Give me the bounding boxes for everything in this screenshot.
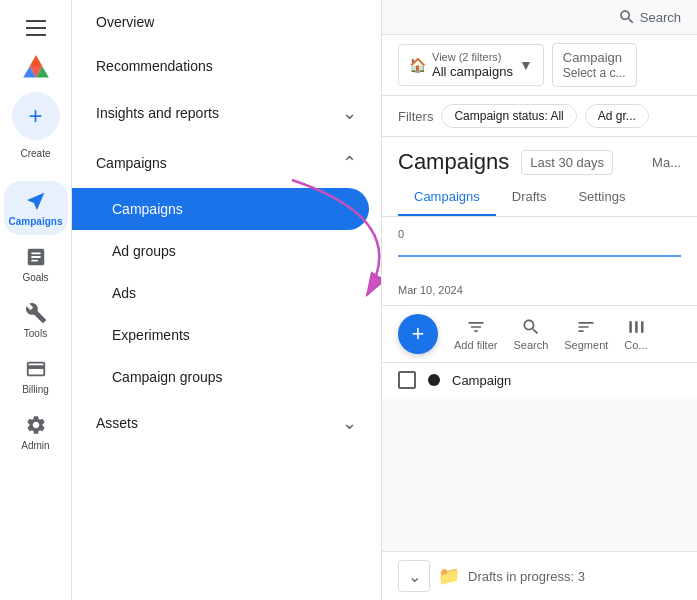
ad-group-chip[interactable]: Ad gr...	[585, 104, 649, 128]
sidebar-item-billing[interactable]: Billing	[4, 349, 68, 403]
campaign-select-label: Campaign	[563, 50, 622, 65]
segment-action-label: Segment	[564, 339, 608, 351]
campaigns-icon	[24, 189, 48, 213]
nav-insights-label: Insights and reports	[96, 105, 219, 121]
nav-overview[interactable]: Overview	[72, 0, 381, 44]
table-header: Campaign	[382, 362, 697, 397]
campaign-column-header: Campaign	[452, 373, 511, 388]
view-filter-label: View (2 filters)	[432, 51, 513, 63]
select-all-checkbox[interactable]	[398, 371, 416, 389]
filter-bar: 🏠 View (2 filters) All campaigns ▼ Campa…	[382, 35, 697, 96]
columns-icon	[626, 317, 646, 337]
tab-campaigns[interactable]: Campaigns	[398, 179, 496, 216]
sidebar-admin-label: Admin	[21, 440, 49, 451]
columns-action-label: Co...	[624, 339, 647, 351]
sidebar-item-tools[interactable]: Tools	[4, 293, 68, 347]
nav-ads[interactable]: Ads	[72, 272, 381, 314]
view-filter-value: All campaigns	[432, 64, 513, 79]
filter-icon	[466, 317, 486, 337]
nav-campaign-groups[interactable]: Campaign groups	[72, 356, 381, 398]
nav-ad-groups[interactable]: Ad groups	[72, 230, 381, 272]
sidebar-billing-label: Billing	[22, 384, 49, 395]
menu-button[interactable]	[16, 8, 56, 48]
admin-icon	[24, 413, 48, 437]
nav-ad-groups-label: Ad groups	[112, 243, 176, 259]
campaigns-header: Campaigns Last 30 days Ma...	[382, 137, 697, 179]
main-content: Search 🏠 View (2 filters) All campaigns …	[382, 0, 697, 600]
search-top-label: Search	[640, 10, 681, 25]
filters-row: Filters Campaign status: All Ad gr...	[382, 96, 697, 137]
create-label: Create	[20, 148, 50, 159]
drafts-area: 📁 Drafts in progress: 3	[438, 565, 585, 587]
rail-create[interactable]: + Create	[4, 84, 68, 179]
campaigns-page-title: Campaigns	[398, 149, 509, 175]
chart-line-svg	[398, 241, 681, 271]
chart-date-label: Mar 10, 2024	[398, 284, 463, 296]
nav-campaigns-sub-label: Campaigns	[112, 201, 183, 217]
sidebar-item-admin[interactable]: Admin	[4, 405, 68, 459]
search-action-label: Search	[513, 339, 548, 351]
nav-recommendations[interactable]: Recommendations	[72, 44, 381, 88]
goals-icon	[24, 245, 48, 269]
view-filter-dropdown[interactable]: 🏠 View (2 filters) All campaigns ▼	[398, 44, 544, 86]
drafts-label: Drafts in progress: 3	[468, 569, 585, 584]
nav-recommendations-label: Recommendations	[96, 58, 213, 74]
sidebar-item-goals[interactable]: Goals	[4, 237, 68, 291]
fab-area: + Add filter Search Segment Co...	[382, 305, 697, 362]
billing-icon	[24, 357, 48, 381]
filters-label: Filters	[398, 109, 433, 124]
status-dot	[428, 374, 440, 386]
search-action[interactable]: Search	[513, 317, 548, 351]
plus-icon: +	[28, 104, 42, 128]
fab-add-button[interactable]: +	[398, 314, 438, 354]
nav-campaign-groups-label: Campaign groups	[112, 369, 223, 385]
chart-area: 0 Mar 10, 2024	[382, 217, 697, 305]
nav-assets-label: Assets	[96, 415, 138, 431]
add-filter-label: Add filter	[454, 339, 497, 351]
view-filter-chevron-down-icon: ▼	[519, 57, 533, 73]
search-icon	[618, 8, 636, 26]
google-ads-logo	[20, 52, 52, 84]
search-action-icon	[521, 317, 541, 337]
add-filter-action[interactable]: Add filter	[454, 317, 497, 351]
nav-ads-label: Ads	[112, 285, 136, 301]
tab-drafts[interactable]: Drafts	[496, 179, 563, 216]
nav-campaigns-parent-label: Campaigns	[96, 155, 167, 171]
segment-action[interactable]: Segment	[564, 317, 608, 351]
sidebar-tools-label: Tools	[24, 328, 47, 339]
home-icon: 🏠	[409, 57, 426, 73]
sidebar-item-campaigns[interactable]: Campaigns	[4, 181, 68, 235]
top-bar: Search	[382, 0, 697, 35]
assets-chevron-down-icon: ⌄	[342, 412, 357, 434]
collapse-button[interactable]: ⌄	[398, 560, 430, 592]
nav-campaigns-sub[interactable]: Campaigns	[72, 188, 369, 230]
folder-icon: 📁	[438, 565, 460, 587]
search-top-button[interactable]: Search	[618, 8, 681, 26]
mar-label: Ma...	[625, 155, 681, 170]
nav-experiments-label: Experiments	[112, 327, 190, 343]
columns-action[interactable]: Co...	[624, 317, 647, 351]
create-button[interactable]: +	[12, 92, 60, 140]
nav-panel: Overview Recommendations Insights and re…	[72, 0, 382, 600]
nav-campaigns-parent[interactable]: Campaigns ⌃	[72, 138, 381, 188]
sidebar-campaigns-label: Campaigns	[9, 216, 63, 227]
tabs-row: Campaigns Drafts Settings	[382, 179, 697, 217]
nav-insights[interactable]: Insights and reports ⌄	[72, 88, 381, 138]
tools-icon	[24, 301, 48, 325]
bottom-bar: ⌄ 📁 Drafts in progress: 3	[382, 551, 697, 600]
campaign-status-chip[interactable]: Campaign status: All	[441, 104, 576, 128]
icon-rail: + Create Campaigns Goals Tools	[0, 0, 72, 600]
tab-settings[interactable]: Settings	[562, 179, 641, 216]
campaigns-chevron-up-icon: ⌃	[342, 152, 357, 174]
insights-chevron-down-icon: ⌄	[342, 102, 357, 124]
campaign-select-dropdown[interactable]: Campaign Select a c...	[552, 43, 637, 87]
nav-experiments[interactable]: Experiments	[72, 314, 381, 356]
sidebar-goals-label: Goals	[22, 272, 48, 283]
campaign-select-placeholder: Select a c...	[563, 66, 626, 80]
segment-icon	[576, 317, 596, 337]
chart-zero-label: 0	[398, 228, 404, 240]
last-days-filter[interactable]: Last 30 days	[521, 150, 613, 175]
nav-overview-label: Overview	[96, 14, 154, 30]
nav-assets[interactable]: Assets ⌄	[72, 398, 381, 448]
